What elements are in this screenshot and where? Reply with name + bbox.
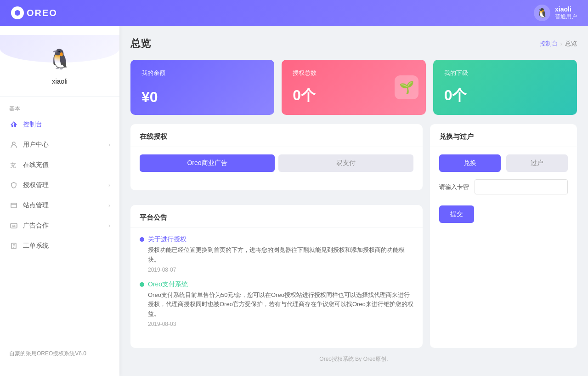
sidebar-label-auth-manage: 授权管理 [23, 181, 104, 189]
sidebar-item-recharge[interactable]: 充 在线充值 [0, 155, 119, 175]
sidebar-section-basic: 基本 [0, 101, 119, 114]
ann-title-2[interactable]: Oreo支付系统 [148, 280, 188, 289]
ad-icon: AD [9, 221, 18, 230]
exchange-card: 兑换与过户 兑换 过户 请输入卡密 提交 [430, 124, 577, 348]
user-text: xiaoli 普通用户 [555, 6, 577, 21]
breadcrumb-current: 总览 [565, 40, 577, 48]
svg-rect-0 [11, 125, 13, 127]
breadcrumb: 总览 控制台 › 总览 [130, 37, 577, 51]
user-name: xiaoli [555, 6, 571, 13]
auth-tab-oreo-ad[interactable]: Oreo商业广告 [140, 154, 275, 172]
user-icon [9, 140, 18, 149]
sidebar-label-dashboard: 控制台 [23, 120, 110, 129]
sidebar-item-ad-coop[interactable]: AD 广告合作 › [0, 216, 119, 236]
svg-text:充: 充 [10, 162, 16, 169]
stat-card-balance: 我的余额 ¥0 [130, 60, 274, 115]
stat-label-balance: 我的余额 [141, 69, 263, 77]
svg-rect-4 [11, 203, 17, 208]
ann-content-1: 授权功能已经位置更换到首页的下方，进将您的浏览器往下翻就能见到授权和添加授权商的… [140, 245, 413, 265]
order-icon [9, 241, 18, 251]
sidebar-profile: 🐧 xiaoli [0, 35, 119, 97]
dashboard-icon [9, 120, 18, 129]
ann-dot-1 [140, 237, 144, 242]
stat-value-balance: ¥0 [141, 89, 263, 106]
announcement-2: Oreo支付系统 Oreo支付系统目前单售价为50元/套，您可以在Oreo授权站… [140, 280, 413, 327]
sidebar-footer: 自豪的采用OREO授权系统V6.0 [0, 341, 588, 367]
ad-coop-arrow: › [108, 222, 110, 229]
stat-card-auth: 授权总数 0个 🌱 [282, 60, 425, 115]
app-header: OREO 🐧 xiaoli 普通用户 [0, 0, 588, 26]
site-manage-arrow: › [108, 202, 110, 209]
sidebar-item-site-manage[interactable]: 站点管理 › [0, 195, 119, 216]
svg-point-2 [12, 142, 15, 145]
sidebar-item-auth-manage[interactable]: 授权管理 › [0, 175, 119, 195]
ann-title-1[interactable]: 关于进行授权 [148, 235, 187, 244]
ann-date-1: 2019-08-07 [140, 267, 413, 273]
shield-icon [9, 181, 18, 190]
sidebar-label-recharge: 在线充值 [23, 161, 110, 169]
sidebar-bg-wave [0, 35, 119, 63]
svg-rect-1 [14, 123, 16, 127]
breadcrumb-link[interactable]: 控制台 [540, 40, 558, 48]
auth-card-icon: 🌱 [395, 75, 418, 99]
ann-date-2: 2019-08-03 [140, 321, 413, 327]
announcement-title: 平台公告 [130, 205, 423, 228]
exchange-tab-redeem[interactable]: 兑换 [439, 154, 501, 172]
ann-dot-row-1: 关于进行授权 [140, 235, 413, 244]
ann-dot-2 [140, 282, 144, 287]
user-info: 🐧 xiaoli 普通用户 [534, 5, 577, 21]
exchange-submit-button[interactable]: 提交 [439, 205, 474, 223]
bottom-row: 在线授权 Oreo商业广告 易支付 平台公告 关于进行授权 [130, 124, 577, 348]
exchange-tabs: 兑换 过户 [430, 147, 577, 172]
exchange-field-label: 请输入卡密 [439, 183, 469, 191]
sidebar-item-user-center[interactable]: 用户中心 › [0, 135, 119, 155]
announcements-body: 关于进行授权 授权功能已经位置更换到首页的下方，进将您的浏览器往下翻就能见到授权… [130, 228, 423, 338]
auth-tab-content [130, 172, 423, 190]
stat-label-subordinate: 我的下级 [444, 69, 566, 77]
user-role: 普通用户 [555, 13, 577, 21]
auth-tab-easy-pay[interactable]: 易支付 [278, 154, 413, 172]
announcement-card: 平台公告 关于进行授权 授权功能已经位置更换到首页的下方，进将您的浏览器往下翻就… [130, 205, 423, 348]
exchange-tab-transfer[interactable]: 过户 [506, 154, 568, 172]
online-auth-section: 在线授权 Oreo商业广告 易支付 [130, 124, 423, 190]
main-content: 总览 控制台 › 总览 我的余额 ¥0 授权总数 0个 🌱 我的下级 [119, 26, 588, 376]
logo-text: OREO [27, 8, 57, 18]
exchange-field-row: 请输入卡密 [439, 179, 568, 194]
exchange-card-key-input[interactable] [475, 179, 568, 194]
layout: 🐧 xiaoli 基本 控制台 用户中心 › 充 在线充值 [0, 0, 588, 376]
auth-manage-arrow: › [108, 182, 110, 188]
sidebar-label-work-order: 工单系统 [23, 242, 110, 250]
auth-tabs: Oreo商业广告 易支付 [130, 147, 423, 172]
page-title: 总览 [130, 37, 151, 51]
site-icon [9, 201, 18, 210]
sidebar-label-user-center: 用户中心 [23, 141, 104, 149]
stat-card-subordinate: 我的下级 0个 [433, 60, 577, 115]
breadcrumb-nav: 控制台 › 总览 [540, 40, 577, 48]
sidebar-item-work-order[interactable]: 工单系统 [0, 236, 119, 256]
online-auth-title: 在线授权 [130, 124, 423, 147]
logo-dot [15, 10, 20, 16]
user-center-arrow: › [108, 142, 110, 148]
exchange-title: 兑换与过户 [430, 124, 577, 147]
stat-value-subordinate: 0个 [444, 85, 566, 106]
ann-dot-row-2: Oreo支付系统 [140, 280, 413, 289]
breadcrumb-sep: › [560, 40, 562, 47]
sidebar-username: xiaoli [52, 77, 68, 85]
sidebar-label-ad-coop: 广告合作 [23, 222, 104, 230]
announcement-1: 关于进行授权 授权功能已经位置更换到首页的下方，进将您的浏览器往下翻就能见到授权… [140, 235, 413, 273]
logo-icon [11, 6, 24, 19]
stats-row: 我的余额 ¥0 授权总数 0个 🌱 我的下级 0个 [130, 60, 577, 115]
sidebar-item-dashboard[interactable]: 控制台 [0, 114, 119, 135]
ann-content-2: Oreo支付系统目前单售价为50元/套，您可以在Oreo授权站进行授权同样也可以… [140, 291, 413, 319]
sidebar-label-site-manage: 站点管理 [23, 201, 104, 210]
recharge-icon: 充 [9, 160, 18, 170]
sidebar: 🐧 xiaoli 基本 控制台 用户中心 › 充 在线充值 [0, 26, 119, 376]
exchange-body: 请输入卡密 提交 [430, 172, 577, 230]
logo: OREO [11, 6, 57, 19]
avatar: 🐧 [534, 5, 550, 21]
svg-text:AD: AD [12, 224, 17, 228]
